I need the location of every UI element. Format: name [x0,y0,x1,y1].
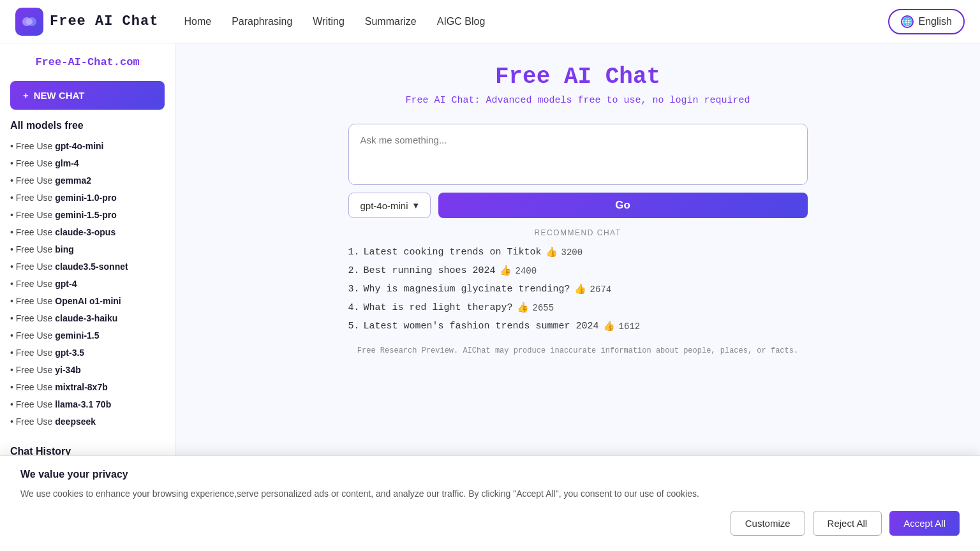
logo[interactable]: Free AI Chat [15,8,158,36]
go-button[interactable]: Go [438,193,808,218]
recommend-count: 2655 [533,303,554,313]
recommend-num: 1. [348,247,360,258]
page-subtitle: Free AI Chat: Advanced models free to us… [405,95,750,106]
cookie-banner: We value your privacy We use cookies to … [0,455,980,551]
recommend-num: 4. [348,302,360,313]
list-item[interactable]: • Free Use gemma2 [10,172,165,189]
recommend-count: 3200 [561,247,583,258]
list-item[interactable]: • Free Use llama-3.1 70b [10,396,165,413]
chevron-down-icon: ▾ [413,200,419,211]
recommend-count: 2400 [516,266,537,276]
list-item[interactable]: • Free Use bing [10,241,165,258]
recommend-text: Best running shoes 2024 [364,265,496,276]
recommend-text: Why is magnesium glycinate trending? [364,284,570,295]
model-selector-label: gpt-4o-mini [360,200,408,211]
cookie-buttons: Customize Reject All Accept All [20,511,960,536]
list-item[interactable]: • Free Use gemini-1.5 [10,327,165,344]
logo-text: Free AI Chat [50,13,158,29]
new-chat-label: NEW CHAT [34,90,85,101]
list-item[interactable]: • Free Use gpt-4o-mini [10,138,165,155]
thumbs-up-icon: 👍 [500,265,512,277]
list-item[interactable]: • Free Use gpt-3.5 [10,344,165,362]
recommend-item[interactable]: 1. Latest cooking trends on Tiktok 👍3200 [348,246,808,258]
list-item[interactable]: • Free Use glm-4 [10,155,165,172]
customize-button[interactable]: Customize [731,511,805,536]
reject-all-button[interactable]: Reject All [813,511,882,536]
chat-box-container [348,124,808,185]
list-item[interactable]: • Free Use claude3.5-sonnet [10,258,165,276]
language-button[interactable]: 🌐 English [888,9,965,34]
globe-icon: 🌐 [901,15,914,28]
recommend-text: Latest women's fashion trends summer 202… [364,321,599,332]
list-item[interactable]: • Free Use gpt-4 [10,276,165,293]
nav-aigc-blog[interactable]: AIGC Blog [437,16,486,27]
cookie-text: We use cookies to enhance your browsing … [20,487,786,501]
recommend-text: Latest cooking trends on Tiktok [364,247,542,258]
header: Free AI Chat Home Paraphrasing Writing S… [0,0,980,43]
recommend-num: 5. [348,321,360,332]
recommend-label: RECOMMEND CHAT [348,228,808,237]
recommend-text: What is red light therapy? [364,302,513,313]
list-item[interactable]: • Free Use mixtral-8x7b [10,379,165,396]
thumbs-up-icon: 👍 [574,283,586,295]
nav-home[interactable]: Home [184,16,211,27]
models-heading: All models free [10,120,165,131]
recommend-num: 3. [348,284,360,295]
recommend-item[interactable]: 2. Best running shoes 2024 👍2400 [348,265,808,277]
list-item[interactable]: • Free Use deepseek [10,413,165,430]
recommend-count: 2674 [590,284,612,295]
nav-summarize[interactable]: Summarize [365,16,417,27]
nav-paraphrasing[interactable]: Paraphrasing [232,16,292,27]
thumbs-up-icon: 👍 [546,246,558,258]
chat-controls: gpt-4o-mini ▾ Go [348,193,808,218]
logo-icon [15,8,43,36]
list-item[interactable]: • Free Use yi-34b [10,362,165,379]
thumbs-up-icon: 👍 [603,320,615,332]
recommend-count: 1612 [619,321,641,332]
main-nav: Home Paraphrasing Writing Summarize AIGC… [184,16,485,27]
new-chat-button[interactable]: + NEW CHAT [10,81,165,110]
list-item[interactable]: • Free Use claude-3-opus [10,224,165,241]
disclaimer: Free Research Preview. AIChat may produc… [348,345,808,356]
recommend-num: 2. [348,265,360,276]
chat-input[interactable] [349,124,807,182]
svg-point-2 [26,18,33,25]
plus-icon: + [23,90,29,101]
recommend-item[interactable]: 4. What is red light therapy? 👍2655 [348,302,808,314]
language-label: English [919,16,952,27]
thumbs-up-icon: 👍 [517,302,529,314]
cookie-title: We value your privacy [20,469,960,480]
recommend-item[interactable]: 5. Latest women's fashion trends summer … [348,320,808,332]
accept-all-button[interactable]: Accept All [889,511,960,536]
nav-writing[interactable]: Writing [313,16,345,27]
page-title: Free AI Chat [495,64,660,90]
models-list: • Free Use gpt-4o-mini• Free Use glm-4• … [10,138,165,430]
list-item[interactable]: • Free Use claude-3-haiku [10,310,165,327]
list-item[interactable]: • Free Use OpenAI o1-mini [10,293,165,310]
model-selector[interactable]: gpt-4o-mini ▾ [348,193,431,218]
recommend-list: 1. Latest cooking trends on Tiktok 👍3200… [348,246,808,332]
list-item[interactable]: • Free Use gemini-1.0-pro [10,189,165,207]
sidebar-title: Free-AI-Chat.com [10,56,165,71]
recommend-item[interactable]: 3. Why is magnesium glycinate trending? … [348,283,808,295]
models-section: All models free • Free Use gpt-4o-mini• … [10,120,165,430]
list-item[interactable]: • Free Use gemini-1.5-pro [10,207,165,224]
